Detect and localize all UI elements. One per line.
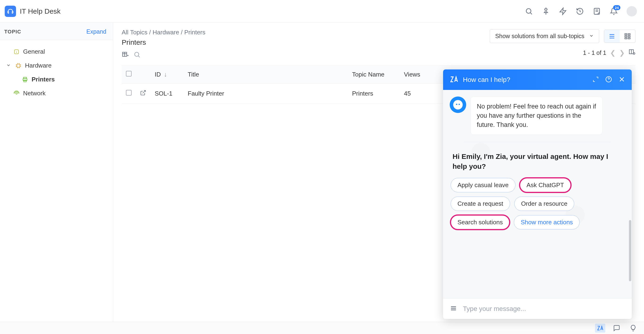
cell-views: 45 (400, 84, 428, 104)
chat-input[interactable] (463, 305, 625, 313)
dropdown-label: Show solutions from all sub-topics (495, 33, 584, 39)
svg-line-38 (138, 56, 140, 57)
svg-line-42 (143, 90, 146, 93)
svg-rect-27 (628, 33, 630, 35)
svg-line-1 (530, 13, 532, 14)
chip-show-more[interactable]: Show more actions (514, 215, 580, 229)
zia-footer-icon[interactable] (595, 324, 605, 333)
network-icon (13, 90, 20, 97)
svg-point-41 (633, 53, 635, 55)
chip-create-request[interactable]: Create a request (451, 196, 510, 211)
notifications-icon[interactable]: 24 (610, 7, 618, 15)
select-all-checkbox[interactable] (126, 71, 132, 76)
svg-rect-26 (625, 33, 627, 35)
sidebar-item-label: Hardware (25, 62, 52, 69)
svg-point-50 (456, 104, 458, 105)
chip-ask-chatgpt[interactable]: Ask ChatGPT (520, 178, 571, 192)
svg-point-51 (459, 104, 460, 105)
pager-next[interactable]: ❯ (619, 49, 625, 57)
app-logo (5, 6, 16, 17)
add-column-icon[interactable] (122, 51, 129, 59)
info-icon (13, 48, 20, 55)
pager-prev[interactable]: ❮ (610, 49, 616, 57)
sort-down-icon: ↓ (164, 71, 167, 78)
app-title: IT Help Desk (20, 7, 60, 15)
svg-point-0 (526, 8, 531, 13)
cell-id: SOL-1 (150, 84, 184, 104)
close-icon[interactable] (618, 76, 625, 83)
svg-rect-30 (625, 38, 627, 39)
list-view-button[interactable] (604, 30, 620, 43)
zia-logo-icon (450, 75, 458, 84)
chat-footer-icon[interactable] (612, 324, 622, 333)
chat-body: No problem! Feel free to reach out again… (443, 90, 632, 298)
pin-icon[interactable] (542, 7, 550, 15)
svg-rect-31 (628, 38, 630, 39)
sidebar-item-network[interactable]: Network (0, 86, 113, 100)
svg-point-22 (16, 93, 18, 94)
bot-avatar-icon (450, 97, 466, 113)
printer-icon (22, 76, 28, 83)
chat-title: How can I help? (463, 76, 510, 84)
svg-rect-10 (17, 64, 20, 67)
svg-marker-3 (560, 8, 566, 14)
bot-message: No problem! Feel free to reach out again… (470, 97, 602, 135)
chat-divider (464, 142, 611, 142)
pager-text: 1 - 1 of 1 (583, 49, 606, 56)
svg-point-37 (135, 52, 139, 56)
sidebar-heading: TOPIC (4, 29, 21, 35)
sidebar-item-label: General (23, 48, 45, 55)
chat-input-bar (443, 298, 632, 319)
col-topic[interactable]: Topic Name (348, 66, 400, 84)
grid-view-button[interactable] (620, 30, 635, 43)
menu-icon[interactable] (450, 305, 457, 313)
help-icon[interactable] (605, 76, 612, 83)
footer-bar (0, 322, 644, 334)
action-chips: Apply casual leave Ask ChatGPT Create a … (451, 178, 624, 229)
sidebar-item-label: Network (23, 90, 46, 97)
chat-scrollbar[interactable] (629, 109, 631, 286)
col-views[interactable]: Views (400, 66, 428, 84)
pager: 1 - 1 of 1 ❮ ❯ (583, 48, 636, 57)
sidebar-item-general[interactable]: General (0, 45, 113, 59)
row-checkbox[interactable] (126, 90, 132, 96)
search-icon[interactable] (525, 7, 533, 15)
svg-rect-28 (625, 35, 627, 37)
sidebar: TOPIC Expand General Hardware (0, 23, 113, 322)
chip-search-solutions[interactable]: Search solutions (451, 215, 510, 229)
col-id[interactable]: ID ↓ (150, 66, 184, 84)
subtopic-filter-dropdown[interactable]: Show solutions from all sub-topics (490, 29, 599, 43)
page-title: Printers (122, 38, 146, 46)
open-external-icon[interactable] (140, 90, 146, 97)
chip-order-resource[interactable]: Order a resource (514, 196, 574, 211)
sidebar-item-printers[interactable]: Printers (0, 72, 113, 86)
svg-point-49 (453, 100, 463, 109)
expand-icon[interactable] (592, 76, 599, 83)
note-icon[interactable] (592, 7, 601, 15)
chip-apply-leave[interactable]: Apply casual leave (451, 178, 516, 192)
svg-rect-29 (628, 35, 630, 37)
col-title[interactable]: Title (184, 66, 348, 84)
cell-title: Faulty Printer (184, 84, 348, 104)
bolt-icon[interactable] (559, 7, 567, 15)
cell-topic: Printers (348, 84, 400, 104)
notifications-badge: 24 (613, 5, 620, 10)
lightbulb-footer-icon[interactable] (628, 324, 638, 333)
view-toggle (604, 30, 636, 43)
chat-greeting: Hi Emily, I'm Zia, your virtual agent. H… (452, 152, 622, 171)
expand-link[interactable]: Expand (86, 28, 106, 35)
breadcrumb-part[interactable]: Hardware (152, 29, 179, 36)
column-settings-icon[interactable] (628, 48, 636, 57)
history-icon[interactable] (576, 7, 584, 15)
user-avatar[interactable] (626, 6, 637, 16)
chat-header: How can I help? (443, 69, 632, 90)
chevron-down-icon (589, 33, 594, 39)
sidebar-item-label: Printers (32, 76, 55, 83)
chevron-down-icon (6, 62, 12, 69)
search-table-icon[interactable] (134, 51, 140, 59)
breadcrumb-part[interactable]: All Topics (122, 29, 148, 36)
breadcrumb-part[interactable]: Printers (184, 29, 206, 36)
app-header: IT Help Desk 24 (0, 0, 644, 23)
sidebar-item-hardware[interactable]: Hardware (0, 59, 113, 72)
chip-icon (15, 62, 22, 69)
